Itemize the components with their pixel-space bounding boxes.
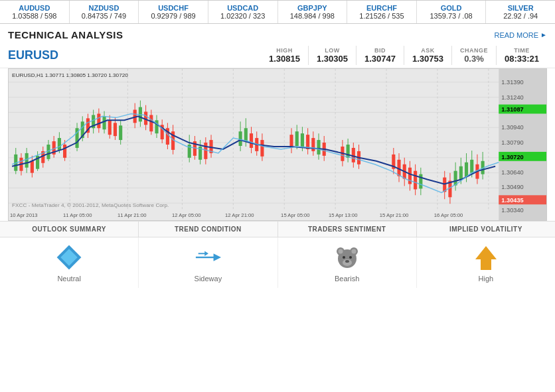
time-label: TIME: [505, 47, 539, 54]
ticker-value: 1.02320 / 323: [211, 12, 275, 20]
ticker-item-usdcad[interactable]: USDCAD1.02320 / 323: [208, 1, 278, 23]
indicator-col-1: TREND CONDITION: [139, 222, 278, 237]
stat-high: HIGH 1.30815: [261, 46, 308, 65]
section-header: TECHNICAL ANALYSIS READ MORE ►: [0, 24, 555, 43]
svg-marker-181: [475, 246, 497, 270]
svg-point-179: [349, 256, 352, 259]
svg-marker-171: [205, 251, 209, 256]
indicator-sideway: Sideway: [139, 237, 278, 288]
ticker-label: NZDUSD: [72, 4, 136, 12]
svg-text:EURUSD,H1  1.30771  1.30805  1: EURUSD,H1 1.30771 1.30805 1.30720 1.3072…: [12, 72, 128, 78]
indicators-body: Neutral Sideway: [0, 237, 555, 288]
ticker-label: USDCHF: [141, 4, 205, 12]
svg-text:12 Apr 05:00: 12 Apr 05:00: [172, 212, 201, 218]
ticker-item-usdchf[interactable]: USDCHF0.92979 / 989: [139, 1, 208, 23]
ticker-item-audusd[interactable]: AUDUSD1.03588 / 598: [0, 1, 70, 23]
neutral-label: Neutral: [57, 275, 80, 283]
stat-ask: ASK 1.30753: [404, 46, 451, 65]
ticker-item-silver[interactable]: SILVER22.92 / .94: [486, 1, 555, 23]
low-label: LOW: [317, 47, 348, 54]
ticker-label: EURCHF: [350, 4, 414, 12]
bid-value: 1.30747: [364, 54, 396, 64]
ticker-item-nzdusd[interactable]: NZDUSD0.84735 / 749: [70, 1, 139, 23]
ticker-bar: AUDUSD1.03588 / 598NZDUSD0.84735 / 749US…: [0, 0, 555, 24]
sideway-label: Sideway: [195, 275, 222, 283]
ticker-label: SILVER: [489, 4, 552, 12]
svg-text:11 Apr 05:00: 11 Apr 05:00: [63, 212, 92, 218]
svg-text:12 Apr 21:00: 12 Apr 21:00: [225, 212, 254, 218]
svg-text:15 Apr 05:00: 15 Apr 05:00: [281, 212, 310, 218]
indicator-high: High: [417, 237, 555, 288]
time-value: 08:33:21: [505, 54, 539, 64]
indicator-bearish: Bearish: [278, 237, 417, 288]
indicator-neutral: Neutral: [0, 237, 139, 288]
svg-point-176: [351, 249, 356, 254]
ticker-label: GBPJPY: [281, 4, 345, 12]
svg-text:1.30640: 1.30640: [501, 169, 523, 176]
neutral-icon: [56, 244, 82, 271]
svg-marker-169: [214, 253, 221, 261]
svg-point-178: [343, 256, 345, 259]
section-title: TECHNICAL ANALYSIS: [8, 29, 123, 40]
chart-stats: HIGH 1.30815 LOW 1.30305 BID 1.30747 ASK…: [61, 46, 547, 65]
ticker-value: 0.92979 / 989: [141, 12, 205, 20]
ticker-item-gold[interactable]: GOLD1359.73 / .08: [417, 1, 487, 23]
indicators-section: OUTLOOK SUMMARY TREND CONDITION TRADERS …: [0, 221, 555, 288]
svg-rect-0: [9, 69, 499, 220]
high-label: HIGH: [269, 47, 300, 54]
stat-bid: BID 1.30747: [356, 46, 404, 65]
low-value: 1.30305: [317, 54, 348, 64]
bid-label: BID: [364, 47, 396, 54]
ticker-label: AUDUSD: [3, 4, 66, 12]
indicators-header: OUTLOOK SUMMARY TREND CONDITION TRADERS …: [0, 221, 555, 237]
bear-icon: [334, 244, 360, 271]
high-arrow-up-icon: [473, 244, 499, 271]
svg-text:1.31240: 1.31240: [501, 94, 523, 101]
ticker-item-gbpjpy[interactable]: GBPJPY148.984 / 998: [278, 1, 348, 23]
svg-text:1.31087: 1.31087: [501, 107, 523, 113]
svg-point-175: [338, 249, 343, 254]
svg-text:FXCC - MetaTrader 4, © 2001-20: FXCC - MetaTrader 4, © 2001-2012, MetaQu…: [12, 202, 169, 208]
read-more-text: READ MORE: [494, 31, 538, 39]
ask-label: ASK: [412, 47, 443, 54]
svg-text:1.30940: 1.30940: [501, 124, 523, 131]
change-label: CHANGE: [460, 47, 488, 54]
indicator-col-0: OUTLOOK SUMMARY: [0, 222, 139, 237]
stat-low: LOW 1.30305: [308, 46, 356, 65]
high-value: 1.30815: [269, 54, 300, 64]
ticker-value: 1.03588 / 598: [3, 12, 66, 20]
ticker-item-eurchf[interactable]: EURCHF1.21526 / 535: [347, 1, 417, 23]
ticker-label: USDCAD: [211, 4, 275, 12]
read-more-link[interactable]: READ MORE ►: [494, 31, 547, 39]
indicator-col-2: TRADERS SENTIMENT: [278, 222, 417, 237]
sideway-icon: [195, 244, 221, 271]
svg-text:16 Apr 05:00: 16 Apr 05:00: [434, 212, 463, 218]
ask-value: 1.30753: [412, 54, 443, 64]
ticker-label: GOLD: [420, 4, 483, 12]
stat-time: TIME 08:33:21: [496, 46, 547, 65]
high-label: High: [479, 275, 494, 283]
ticker-value: 1.21526 / 535: [350, 12, 414, 20]
ticker-value: 22.92 / .94: [489, 12, 552, 20]
svg-text:15 Apr 21:00: 15 Apr 21:00: [380, 212, 409, 218]
pair-label: EURUSD: [8, 48, 61, 62]
indicator-col-3: IMPLIED VOLATILITY: [417, 222, 555, 237]
chart-header: EURUSD HIGH 1.30815 LOW 1.30305 BID 1.30…: [0, 43, 555, 68]
svg-text:1.30340: 1.30340: [501, 207, 523, 214]
svg-point-180: [345, 260, 349, 263]
bearish-label: Bearish: [335, 275, 359, 283]
chart-container[interactable]: 1.31390 1.31240 1.31087 1.30940 1.30790 …: [8, 68, 547, 221]
svg-text:11 Apr 21:00: 11 Apr 21:00: [118, 212, 147, 218]
ticker-value: 1359.73 / .08: [420, 12, 483, 20]
svg-text:1.30490: 1.30490: [501, 184, 523, 191]
change-value: 0.3%: [460, 54, 488, 64]
svg-text:1.31390: 1.31390: [501, 79, 523, 86]
ticker-value: 148.984 / 998: [281, 12, 345, 20]
ticker-value: 0.84735 / 749: [72, 12, 136, 20]
read-more-arrow-icon: ►: [540, 31, 547, 38]
svg-text:10 Apr 2013: 10 Apr 2013: [10, 212, 37, 218]
svg-text:1.30435: 1.30435: [501, 197, 523, 204]
svg-text:15 Apr 13:00: 15 Apr 13:00: [329, 212, 358, 218]
svg-text:1.30720: 1.30720: [501, 154, 523, 161]
svg-text:1.30790: 1.30790: [501, 139, 523, 146]
